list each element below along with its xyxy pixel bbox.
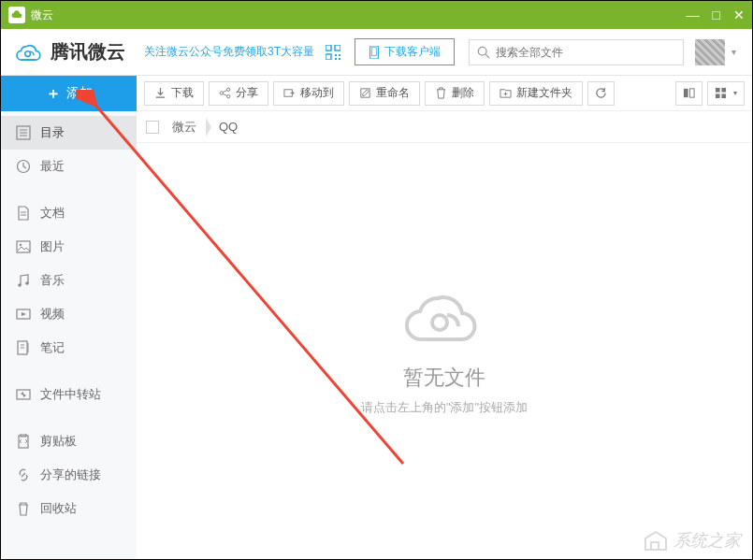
sidebar-item-label: 图片 [40, 238, 65, 255]
sidebar-item-label: 分享的链接 [40, 467, 101, 483]
breadcrumb-folder[interactable]: QQ [215, 117, 247, 136]
sidebar-item-label: 回收站 [40, 500, 77, 517]
link-icon [16, 467, 31, 482]
new-folder-button[interactable]: 新建文件夹 [489, 81, 583, 106]
rename-button[interactable]: 重命名 [349, 81, 420, 106]
svg-rect-40 [716, 88, 720, 93]
minimize-button[interactable]: — [687, 7, 700, 22]
window-controls: — □ ✕ [687, 7, 745, 22]
svg-rect-3 [326, 54, 331, 60]
svg-point-44 [432, 315, 447, 330]
sidebar-item-label: 剪贴板 [40, 433, 77, 450]
sidebar-item-label: 最近 [40, 158, 65, 175]
window-title: 微云 [31, 7, 687, 23]
share-button[interactable]: 分享 [209, 81, 268, 106]
download-label: 下载 [171, 85, 194, 101]
sidebar-item-notes[interactable]: 笔记 [1, 331, 137, 365]
close-button[interactable]: ✕ [733, 7, 745, 22]
view-grid-button[interactable]: ▾ [707, 81, 745, 106]
sidebar-item-trash[interactable]: 回收站 [1, 492, 137, 525]
move-icon [283, 87, 296, 99]
breadcrumb: 微云 QQ [137, 111, 752, 143]
rename-icon [359, 87, 371, 99]
promo-link[interactable]: 关注微云公众号免费领取3T大容量 [144, 44, 314, 60]
clock-icon [16, 159, 31, 174]
sidebar-item-music[interactable]: 音乐 [1, 264, 137, 297]
svg-point-32 [227, 88, 230, 91]
avatar[interactable] [695, 39, 725, 65]
svg-point-33 [227, 95, 230, 98]
sidebar-item-documents[interactable]: 文档 [1, 196, 137, 230]
transfer-icon [16, 387, 31, 402]
header: 腾讯微云 关注微云公众号免费领取3T大容量 下载客户端 ▾ [1, 29, 752, 76]
sidebar-item-recent[interactable]: 最近 [1, 150, 137, 183]
logo-text: 腾讯微云 [51, 39, 125, 65]
app-logo-icon [8, 7, 25, 23]
search-input[interactable] [496, 46, 675, 59]
note-icon [16, 340, 31, 355]
sidebar-item-video[interactable]: 视频 [1, 297, 137, 331]
titlebar: 微云 — □ ✕ [1, 1, 752, 29]
rename-label: 重命名 [376, 85, 410, 101]
breadcrumb-root[interactable]: 微云 [168, 116, 206, 138]
watermark: 系统之家 [642, 529, 741, 552]
download-client-label: 下载客户端 [384, 44, 441, 60]
sidebar-item-images[interactable]: 图片 [1, 230, 137, 264]
svg-point-10 [478, 47, 486, 55]
chevron-down-icon: ▾ [733, 89, 737, 97]
svg-rect-43 [721, 93, 726, 98]
svg-rect-19 [17, 241, 30, 252]
trash-icon [16, 501, 31, 516]
download-client-button[interactable]: 下载客户端 [355, 38, 455, 65]
app-window: 微云 — □ ✕ 腾讯微云 关注微云公众号免费领取3T大容量 下载客户端 ▾ [0, 0, 753, 560]
share-icon [219, 87, 231, 99]
search-icon [477, 46, 490, 59]
svg-point-21 [18, 283, 22, 287]
watermark-text: 系统之家 [673, 529, 741, 552]
cloud-logo-icon [15, 39, 45, 65]
view-list-button[interactable] [675, 81, 702, 106]
add-button[interactable]: ＋ 添加 [1, 76, 137, 111]
share-label: 分享 [236, 85, 258, 101]
sidebar-item-label: 目录 [40, 124, 65, 141]
user-dropdown-caret-icon[interactable]: ▾ [729, 47, 738, 57]
plus-icon: ＋ [46, 84, 61, 104]
list-icon [16, 125, 31, 140]
download-button[interactable]: 下载 [144, 81, 204, 106]
move-label: 移动到 [300, 85, 334, 101]
music-icon [16, 273, 31, 288]
svg-rect-42 [716, 93, 720, 98]
sidebar-item-directory[interactable]: 目录 [1, 116, 137, 150]
sidebar-item-label: 视频 [40, 306, 65, 323]
sidebar: ＋ 添加 目录 最近 文档 图片 音乐 [1, 76, 137, 559]
refresh-icon [595, 87, 607, 99]
delete-label: 删除 [452, 85, 474, 101]
svg-rect-41 [721, 88, 726, 93]
svg-rect-38 [684, 89, 688, 97]
svg-rect-1 [326, 45, 331, 50]
svg-line-34 [223, 91, 227, 93]
maximize-button[interactable]: □ [713, 7, 720, 22]
move-button[interactable]: 移动到 [273, 81, 344, 106]
video-icon [16, 307, 31, 322]
svg-rect-2 [335, 45, 340, 50]
sidebar-item-shared-links[interactable]: 分享的链接 [1, 458, 137, 492]
svg-rect-9 [371, 47, 376, 55]
search-box[interactable] [469, 39, 684, 65]
sidebar-item-transfer[interactable]: 文件中转站 [1, 378, 137, 411]
add-button-label: 添加 [66, 85, 93, 102]
svg-point-31 [220, 92, 223, 94]
svg-line-11 [485, 54, 489, 58]
sidebar-item-label: 文档 [40, 205, 65, 222]
delete-button[interactable]: 删除 [425, 81, 485, 106]
svg-point-0 [25, 50, 31, 56]
mobile-icon [369, 46, 380, 59]
refresh-button[interactable] [587, 81, 615, 106]
qr-icon[interactable] [326, 45, 340, 60]
svg-rect-39 [689, 89, 694, 97]
svg-rect-5 [339, 54, 340, 56]
select-all-checkbox[interactable] [146, 121, 159, 134]
sidebar-item-clipboard[interactable]: 剪贴板 [1, 424, 137, 458]
svg-rect-4 [335, 54, 337, 56]
folder-plus-icon [500, 87, 512, 99]
